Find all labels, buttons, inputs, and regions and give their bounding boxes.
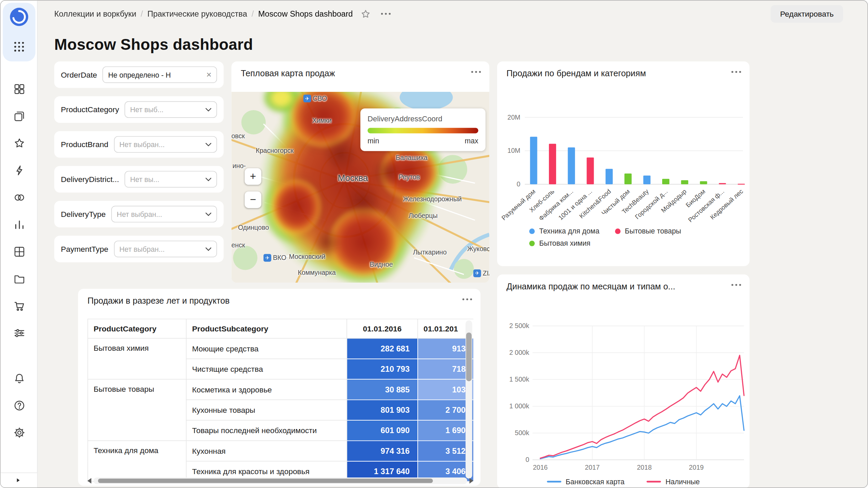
widget-menu-icon[interactable] [731, 284, 741, 286]
subcategory-cell: Чистящие средства [186, 359, 347, 379]
value-cell: 801 903 [347, 400, 418, 420]
breadcrumb-collections[interactable]: Коллекции и воркбуки [54, 9, 136, 18]
help-icon[interactable] [13, 399, 26, 412]
storage-folder-icon[interactable] [13, 272, 26, 285]
svg-text:2018: 2018 [637, 464, 652, 471]
widget-menu-icon[interactable] [731, 71, 741, 73]
dropdown-select[interactable]: Нет выбран... [114, 241, 217, 257]
map-legend-title: DeliveryAddressCoord [368, 115, 478, 123]
map-legend: DeliveryAddressCoord min max [360, 108, 486, 151]
airport-icon: ✈ [263, 254, 271, 262]
chevron-down-icon [205, 142, 212, 146]
breadcrumb-guides[interactable]: Практические руководства [147, 9, 247, 18]
services-sliders-icon[interactable] [13, 326, 26, 339]
breadcrumb-separator [252, 9, 254, 18]
widget-header: Тепловая карта продаж [231, 61, 489, 82]
svg-text:2 500k: 2 500k [509, 322, 529, 329]
apps-grid-icon[interactable] [13, 40, 26, 53]
map-city-label: ✈ВКО [263, 254, 286, 262]
dashboards-icon[interactable] [13, 245, 26, 258]
map-city-label: Москва [338, 173, 368, 183]
legend-item[interactable]: Банковская карта [547, 477, 625, 486]
legend-item[interactable]: Бытовые товары [615, 227, 681, 235]
legend-label: Бытовая химия [539, 239, 590, 247]
subcategory-cell: Моющие средства [186, 338, 347, 359]
dropdown-select[interactable]: Нет выбран... [114, 136, 217, 153]
map-city-label: Видное [370, 261, 393, 268]
widget-menu-icon[interactable] [462, 298, 472, 301]
expand-panel-icon[interactable] [16, 477, 21, 483]
horizontal-scroll-thumb[interactable] [98, 479, 433, 483]
horizontal-scroll-track[interactable] [94, 477, 467, 484]
edit-button[interactable]: Редактировать [771, 5, 843, 23]
settings-gear-icon[interactable] [13, 426, 26, 439]
legend-item[interactable]: Бытовая химия [529, 239, 591, 247]
favorite-star-icon[interactable] [360, 8, 371, 19]
subcategory-cell: Товары последней необходимости [186, 420, 347, 441]
map-city-label: овск [231, 132, 244, 140]
chevron-down-icon [205, 247, 212, 251]
chevron-down-icon [205, 177, 212, 181]
notifications-bell-icon[interactable] [13, 372, 26, 385]
filter-label: OrderDate [61, 70, 97, 79]
clear-icon[interactable]: × [206, 70, 211, 79]
filter-value: Нет выбран... [117, 210, 203, 218]
more-actions-icon[interactable] [381, 13, 391, 15]
value-cell: 974 316 [347, 441, 418, 461]
svg-text:0: 0 [517, 180, 520, 188]
scroll-right-icon[interactable] [469, 478, 473, 484]
column-header: 01.01.201 [418, 319, 473, 338]
workbooks-icon[interactable] [13, 109, 26, 122]
legend-line-swatch [547, 481, 561, 483]
scroll-left-icon[interactable] [87, 478, 91, 484]
category-cell: Техника для дома [88, 441, 186, 482]
vertical-scroll-thumb[interactable] [466, 332, 472, 381]
filter-value: Нет выбран... [119, 245, 203, 253]
chevron-down-icon [205, 108, 212, 111]
charts-icon[interactable] [13, 218, 26, 231]
table-viewport: ProductCategoryProductSubcategory01.01.2… [87, 319, 473, 482]
filter-value: Нет вы... [130, 175, 203, 183]
value-cell: 3 512 [418, 441, 473, 461]
horizontal-scrollbar[interactable] [87, 477, 473, 484]
value-cell: 103 [418, 379, 473, 400]
legend-item[interactable]: Техника для дома [529, 227, 599, 235]
widget-title: Продажи по брендам и категориям [507, 68, 646, 78]
vertical-scrollbar[interactable] [466, 320, 472, 479]
table-row: Бытовые товарыКосметика и здоровье30 885… [88, 379, 473, 400]
map-canvas[interactable]: ✈СВОХимкиовскКрасногорскино-МоскваБалаши… [231, 92, 489, 283]
zoom-out-button[interactable]: − [245, 191, 261, 208]
legend-dot [529, 240, 535, 246]
filter-label: ProductBrand [61, 140, 108, 149]
legend-dot [529, 228, 535, 233]
map-city-label: Балашиха [396, 154, 427, 162]
value-cell: 913 [418, 338, 473, 359]
svg-text:1 000k: 1 000k [509, 402, 529, 410]
marketplace-cart-icon[interactable] [13, 299, 26, 312]
subcategory-cell: Кухонная [186, 441, 347, 461]
collections-icon[interactable] [13, 82, 26, 95]
filter-label: ProductCategory [61, 105, 119, 114]
zoom-in-button[interactable]: + [245, 168, 261, 185]
dropdown-select[interactable]: Нет вы... [124, 171, 217, 187]
datasets-icon[interactable] [13, 191, 26, 204]
dropdown-select[interactable]: Нет выб... [124, 101, 217, 118]
dropdown-select[interactable]: Нет выбран... [111, 206, 217, 222]
widget-menu-icon[interactable] [471, 71, 481, 73]
datalens-logo-icon[interactable] [9, 7, 29, 27]
editor-lightning-icon[interactable] [13, 164, 26, 177]
bar-chart-plot[interactable]: 010M20MРазумный домХлеб-сольФабрика ком.… [500, 82, 748, 225]
legend-item[interactable]: Наличные [647, 477, 700, 486]
filter-card-PaymentType: PaymentTypeНет выбран... [54, 236, 224, 262]
date-range-input[interactable]: Не определено - Н× [103, 66, 217, 83]
filter-value: Нет выб... [130, 105, 203, 114]
svg-text:2016: 2016 [533, 464, 548, 471]
line-chart-plot[interactable]: 0500k1 000k1 500k2 000k2 500k20162017201… [497, 295, 749, 476]
widget-title: Продажи в разрезе лет и продуктов [87, 296, 230, 305]
map-city-label: Люберцы [409, 212, 438, 220]
value-cell: 30 885 [347, 379, 418, 400]
category-cell: Бытовая химия [88, 338, 186, 379]
legend-line-swatch [647, 481, 661, 483]
filter-card-ProductCategory: ProductCategoryНет выб... [54, 96, 224, 123]
favorites-star-icon[interactable] [13, 137, 26, 149]
